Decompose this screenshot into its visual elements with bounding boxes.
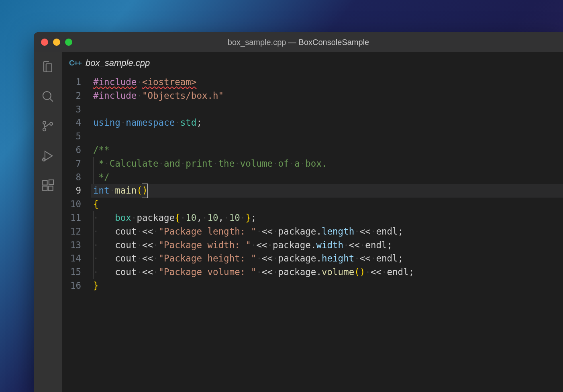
code-line[interactable]: #include·"Objects/box.h" [93,89,563,103]
line-number: 9 [62,184,81,198]
code-line[interactable]: · cout·<<·"Package width: "·<<·package.w… [93,239,563,252]
svg-rect-10 [49,180,53,184]
extensions-icon[interactable] [41,178,55,193]
line-number: 7 [62,157,81,171]
code-line[interactable]: *·Calculate·and·print·the·volume·of·a·bo… [93,157,563,171]
code-line[interactable]: #include·<iostream> [93,76,563,89]
line-number: 13 [62,239,81,252]
line-number: 4 [62,116,81,130]
line-number: 10 [62,198,81,211]
maximize-icon[interactable] [65,39,72,46]
code-line[interactable] [93,130,563,143]
code-content[interactable]: #include·<iostream>#include·"Objects/box… [93,76,563,392]
svg-marker-5 [45,151,52,161]
svg-rect-7 [43,180,47,185]
svg-point-4 [50,122,53,125]
code-editor[interactable]: 12345678910111213141516 #include·<iostre… [62,74,563,392]
search-icon[interactable] [41,89,55,104]
line-number: 3 [62,103,81,116]
code-line[interactable]: */ [93,171,563,184]
code-line[interactable]: using·namespace·std; [93,116,563,130]
code-line[interactable]: · box·package{·10,·10,·10·}; [93,211,563,225]
svg-line-1 [50,98,53,102]
title-separator: — [286,38,298,47]
tab-bar: C++ box_sample.cpp [62,52,563,74]
close-icon[interactable] [41,39,48,46]
code-line[interactable]: /** [93,143,563,157]
title-filename: box_sample.cpp [228,38,286,47]
code-line[interactable]: { [93,198,563,211]
titlebar[interactable]: box_sample.cpp — BoxConsoleSample [34,32,563,52]
source-control-icon[interactable] [41,119,55,133]
explorer-icon[interactable] [41,59,55,74]
editor-window: box_sample.cpp — BoxConsoleSample [34,32,563,392]
tab-filename: box_sample.cpp [86,58,150,68]
svg-point-3 [43,128,46,131]
line-number: 15 [62,265,81,279]
tab-box-sample[interactable]: C++ box_sample.cpp [62,52,159,74]
code-line[interactable] [93,103,563,116]
svg-point-6 [43,159,45,161]
line-number: 11 [62,211,81,225]
line-number: 14 [62,252,81,265]
line-number: 5 [62,130,81,143]
run-debug-icon[interactable] [41,149,55,163]
code-line[interactable]: · cout·<<·"Package volume: "·<<·package.… [93,265,563,279]
code-line[interactable]: · cout·<<·"Package height: "·<<·package.… [93,252,563,265]
minimize-icon[interactable] [53,39,60,46]
activity-bar [34,52,62,392]
svg-rect-9 [48,186,53,190]
window-title: box_sample.cpp — BoxConsoleSample [228,38,369,47]
code-line[interactable]: int·main() [91,184,563,198]
line-number: 8 [62,171,81,184]
svg-point-0 [43,92,51,100]
line-number-gutter: 12345678910111213141516 [62,76,93,392]
code-line[interactable]: · cout·<<·"Package length: "·<<·package.… [93,225,563,239]
title-project: BoxConsoleSample [299,38,369,47]
line-number: 6 [62,143,81,157]
cpp-file-icon: C++ [69,59,82,67]
code-line[interactable]: } [93,279,563,293]
editor-group: C++ box_sample.cpp 123456789101112131415… [62,52,563,392]
svg-point-2 [43,121,46,124]
svg-rect-8 [43,186,47,190]
line-number: 2 [62,89,81,103]
window-body: C++ box_sample.cpp 123456789101112131415… [34,52,563,392]
line-number: 1 [62,76,81,89]
line-number: 16 [62,279,81,293]
line-number: 12 [62,225,81,239]
window-controls [41,39,72,46]
